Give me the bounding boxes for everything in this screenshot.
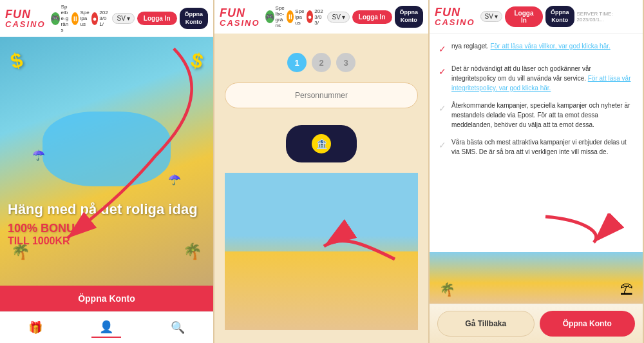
dollar-sign-1: $: [8, 48, 25, 74]
icon-spelpaus[interactable]: ⏸ Spelpaus: [71, 10, 89, 27]
bottom-nav: 🎁 👤 🔍: [0, 311, 213, 343]
panel3-main: ✓ nya reglaget. För att läsa våra villko…: [430, 34, 643, 343]
umbrella-1: ☂️: [32, 149, 45, 161]
header-icons-1: 🎮 Spelbe-gräns ⏸ Spelpaus ● 2023/01/: [51, 4, 110, 33]
panel2-content: 1 2 3 🏦: [214, 34, 428, 343]
lang-value-2: SV: [332, 14, 340, 21]
check-icon-2: ✓: [439, 65, 446, 79]
logo-casino-3: CASINO: [435, 18, 475, 26]
beach-palm-3: 🌴: [439, 282, 455, 297]
lang-selector-1[interactable]: SV ▾: [112, 13, 134, 24]
header-panel2: FUN CASINO 🎮 Spelbe-gräns ⏸ Spelpaus ● 2…: [214, 0, 428, 34]
logo-fun-2: FUN: [220, 7, 260, 19]
oppna-konto-bar-button[interactable]: Öppna Konto: [0, 286, 213, 311]
panel-terms: FUN CASINO SV ▾ Logga In ÖppnaKonto SERV…: [430, 0, 644, 343]
terms-item-3: ✓ Återkommande kampanjer, speciella kamp…: [439, 101, 634, 130]
hero-text: Häng med på det roliga idag 100% BONUS T…: [0, 201, 213, 247]
nav-user-icon[interactable]: 👤: [91, 317, 121, 338]
check-icon-3: ✓: [439, 102, 446, 115]
terms-text-1: nya reglaget. För att läsa våra villkor,…: [451, 41, 611, 51]
date-label: 2023/01/: [99, 10, 109, 27]
beach-umbrella-3: ⛱: [620, 282, 633, 297]
nav-gift-icon[interactable]: 🎁: [21, 318, 50, 337]
logo-panel2: FUN CASINO: [220, 7, 260, 27]
panel1-content: $ $ 🌴 🌴 ☂️ ☂️ Häng med på det roliga ida: [0, 37, 213, 343]
chevron-down-icon-2: ▾: [342, 14, 345, 21]
header-panel3: FUN CASINO SV ▾ Logga In ÖppnaKonto SERV…: [430, 0, 643, 34]
date-icon-2: ●: [307, 10, 313, 23]
logo-panel3: FUN CASINO: [435, 6, 475, 26]
panel3-beach-footer: 🌴 ⛱: [430, 252, 643, 304]
check-icon-4: ✓: [439, 139, 446, 152]
step-1: 1: [287, 53, 307, 72]
logo-panel1: FUN CASINO: [5, 8, 46, 28]
header-icons-2: 🎮 Spelbe-gräns ⏸ Spelpaus ● 2023/03/: [265, 5, 325, 28]
hero-title: Häng med på det roliga idag: [8, 201, 205, 218]
spelpaus-label: Spelpaus: [80, 10, 89, 27]
red-arrow-panel3: [430, 213, 644, 252]
oppna-konto-footer-button[interactable]: Öppna Konto: [540, 311, 636, 337]
date-label-2: 2023/03/: [314, 8, 325, 26]
terms-link-1[interactable]: För att läsa våra villkor, var god klick…: [491, 43, 611, 50]
terms-text-2: Det är nödvändigt att du läser och godkä…: [451, 64, 634, 93]
lang-value-1: SV: [117, 15, 125, 22]
panel2-beach-scene: [225, 173, 418, 330]
icon-date-2: ● 2023/03/: [307, 8, 325, 26]
step-2: 2: [312, 53, 331, 72]
terms-content: ✓ nya reglaget. För att läsa våra villko…: [430, 34, 643, 213]
beach-scene: $ $ 🌴 🌴 ☂️ ☂️: [0, 37, 213, 286]
open-account-button-1[interactable]: ÖppnaKonto: [180, 8, 209, 29]
panel-registration: FUN CASINO 🎮 Spelbe-gräns ⏸ Spelpaus ● 2…: [214, 0, 430, 343]
login-button-3[interactable]: Logga In: [505, 6, 543, 27]
spelpaus-icon-2: ⏸: [287, 10, 294, 23]
beach-sand: [225, 251, 418, 330]
panel-casino-home: FUN CASINO 🎮 Spelbe-gräns ⏸ Spelpaus ● 2…: [0, 0, 214, 343]
terms-text-4: Våra bästa och mest attraktiva kampanjer…: [451, 137, 634, 157]
umbrella-2: ☂️: [168, 173, 181, 186]
dollar-sign-2: $: [188, 48, 205, 74]
logo-casino-2: CASINO: [220, 19, 260, 27]
check-icon-1: ✓: [439, 43, 446, 56]
icon-date: ● 2023/01/: [91, 10, 110, 27]
server-time: SERVER TIME: 2023/03/1...: [577, 11, 638, 23]
date-icon: ●: [91, 12, 98, 25]
spelbegrans-icon-2: 🎮: [265, 10, 274, 23]
header-panel1: FUN CASINO 🎮 Spelbe-gräns ⏸ Spelpaus ● 2…: [0, 0, 213, 37]
hero-bonus-sub: TILL 1000KR: [8, 235, 205, 247]
bankid-icon: 🏦: [312, 134, 331, 153]
lang-value-3: SV: [485, 13, 493, 20]
chevron-down-icon-3: ▾: [495, 13, 498, 20]
terms-link-2[interactable]: För att läsa vår integritetspolicy, var …: [451, 75, 630, 92]
icon-spelbegrans[interactable]: 🎮 Spelbe-gräns: [51, 4, 70, 33]
lang-selector-3[interactable]: SV ▾: [480, 11, 502, 22]
ga-tillbaka-button[interactable]: Gå Tillbaka: [437, 311, 535, 337]
casino-hero: $ $ 🌴 🌴 ☂️ ☂️ Häng med på det roliga ida: [0, 37, 213, 286]
steps-indicator: 1 2 3: [287, 53, 355, 72]
spelbegrans-icon: 🎮: [51, 12, 60, 25]
open-account-button-3[interactable]: ÖppnaKonto: [545, 6, 574, 27]
nav-search-icon[interactable]: 🔍: [163, 318, 193, 337]
spelbegrans-label-2: Spelbe-gräns: [276, 5, 285, 28]
icon-spelbegrans-2[interactable]: 🎮 Spelbe-gräns: [265, 5, 285, 28]
spelbegrans-label: Spelbe-gräns: [61, 4, 70, 33]
bankid-button[interactable]: 🏦: [286, 125, 357, 162]
terms-item-4: ✓ Våra bästa och mest attraktiva kampanj…: [439, 137, 634, 157]
login-button-1[interactable]: Logga In: [137, 12, 177, 25]
spelpaus-label-2: Spelpaus: [295, 8, 304, 26]
icon-spelpaus-2[interactable]: ⏸ Spelpaus: [287, 8, 304, 26]
pool: [43, 112, 171, 186]
logo-casino-1: CASINO: [5, 20, 46, 28]
chevron-down-icon-1: ▾: [127, 15, 130, 22]
hero-bonus: 100% BONUS: [8, 222, 205, 235]
logo-fun-1: FUN: [5, 8, 46, 20]
personnummer-input[interactable]: [225, 83, 418, 108]
terms-item-1: ✓ nya reglaget. För att läsa våra villko…: [439, 41, 634, 56]
logo-fun-3: FUN: [435, 6, 475, 18]
spelpaus-icon: ⏸: [71, 12, 79, 25]
lang-selector-2[interactable]: SV ▾: [327, 12, 349, 23]
login-button-2[interactable]: Logga In: [352, 10, 392, 24]
open-account-button-2[interactable]: ÖppnaKonto: [395, 6, 424, 27]
terms-item-2: ✓ Det är nödvändigt att du läser och god…: [439, 64, 634, 93]
step-3: 3: [336, 53, 355, 72]
terms-text-3: Återkommande kampanjer, speciella kampan…: [451, 101, 634, 130]
